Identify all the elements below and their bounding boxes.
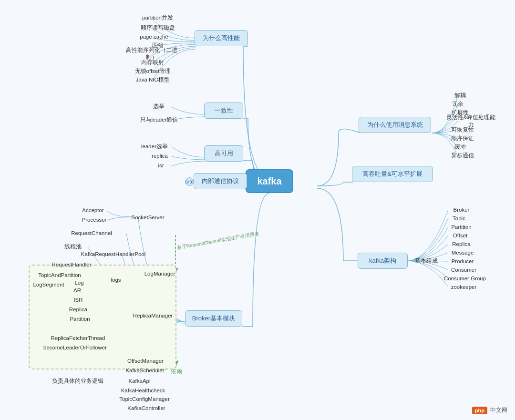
perf-item-6: 内存映射: [136, 58, 169, 67]
arch-item-1: Broker: [448, 205, 474, 214]
arch-item-5: Replica: [448, 240, 474, 248]
ar-label: AR: [72, 286, 83, 295]
broker-module-node: Broker基本模块: [185, 310, 242, 327]
replica-manager-label: ReplicaManager: [128, 311, 178, 320]
arch-item-6: Message: [448, 248, 477, 257]
topic-config-label: TopicConfigManager: [118, 395, 171, 403]
perf-item-5: 高性能序列化（二进制）: [123, 50, 180, 58]
log-segment-label: LogSegment: [32, 280, 65, 289]
mq-item-4: 灵活性&峰值处理能力: [443, 117, 498, 125]
php-badge: php: [472, 407, 487, 414]
mq-item-2: 冗余: [448, 100, 467, 108]
high-throughput-node: 高吞吐量&可水平扩展: [352, 166, 433, 182]
log-manager-label: LogManager: [141, 269, 179, 278]
consistency-node: 一致性: [204, 102, 243, 119]
arch-item-2: Topic: [448, 214, 470, 223]
arch-item-10: zookeeper: [448, 283, 479, 291]
arch-item-7: Producer: [448, 257, 477, 266]
why-mq-label: 为什么使用消息系统: [367, 121, 423, 129]
partition-label: Partition: [67, 315, 93, 323]
mq-item-7: 缓冲: [451, 143, 470, 151]
why-performance-node: 为什么高性能: [195, 30, 248, 46]
request-handler-label: RequestHandler: [50, 260, 93, 269]
broker-module-label: Broker基本模块: [192, 314, 235, 323]
arch-item-8: Consumer: [448, 266, 479, 274]
arch-item-9: Consumer Group: [443, 274, 486, 283]
mq-item-5: 可恢复性: [448, 125, 477, 134]
mq-item-1: 解耦: [448, 91, 472, 100]
kafka-scheduler-label: KafkaScheduler: [119, 366, 171, 375]
internal-proto-node: 内部通信协议: [194, 173, 247, 189]
arch-item-4: Offset: [448, 231, 472, 240]
circle-label: ①①: [185, 177, 194, 186]
rely-label: 依赖: [169, 367, 184, 376]
kafka-arch-label: kafka架构: [369, 256, 396, 265]
health-check-label: KafkaHealthcheck: [119, 386, 167, 395]
perf-item-8: Java NIO模型: [133, 75, 173, 84]
become-leader-label: becomeLeaderOrFollower: [38, 343, 112, 352]
basic-compose-label: 基本组成: [413, 256, 439, 265]
isr-label2: ISR: [72, 296, 85, 304]
ha-item-2: replica: [148, 152, 172, 160]
ha-label: 高可用: [215, 149, 233, 158]
site-label: 中文网: [490, 406, 507, 414]
ha-item-3: isr: [153, 161, 169, 170]
kafka-controller-label: KafkaController: [120, 404, 173, 412]
consistency-label: 一致性: [215, 106, 233, 115]
logs-label: logs: [109, 276, 123, 284]
offset-manager-label: OffsetManager: [122, 357, 169, 365]
perf-item-1: partition并发: [137, 13, 178, 22]
biz-logic-label: 负责具体的业务逻辑: [52, 377, 104, 385]
perf-item-7: 无锁offset管理: [133, 67, 173, 75]
kafka-api-label: KafkaApi: [124, 377, 155, 385]
replica-label: Replica: [67, 305, 90, 314]
replica-fetcher-label: ReplicaFetcherThread: [46, 334, 110, 342]
center-kafka-node: kafka: [246, 169, 293, 193]
request-channel-label: RequestChannel: [71, 229, 113, 237]
cons-item-1: 选举: [147, 102, 171, 111]
mq-item-8: 异步通信: [448, 151, 477, 160]
center-label: kafka: [257, 176, 281, 187]
why-performance-label: 为什么高性能: [203, 34, 240, 42]
kafka-request-pool-label: KafkaRequestHandlerPool: [74, 250, 153, 258]
perf-item-2: 顺序读写磁盘: [137, 23, 178, 32]
arch-item-3: Partition: [448, 223, 474, 231]
internal-proto-label: 内部通信协议: [202, 177, 239, 185]
perf-item-3: page cache: [137, 32, 171, 41]
acceptor-label: Acceptor: [79, 206, 107, 215]
cons-item-2: 只与leader通信: [136, 115, 182, 124]
processor-label: Processor: [79, 215, 110, 224]
socket-server-label: SocketServer: [129, 213, 167, 222]
ha-node: 高可用: [204, 145, 243, 162]
watermark: php 中文网: [472, 406, 507, 414]
why-mq-node: 为什么使用消息系统: [359, 117, 431, 133]
high-throughput-label: 高吞吐量&可水平扩展: [362, 170, 422, 178]
ha-item-1: leader选举: [137, 142, 172, 151]
kafka-arch-node: kafka架构: [358, 253, 408, 269]
mq-item-6: 顺序保证: [448, 134, 477, 143]
